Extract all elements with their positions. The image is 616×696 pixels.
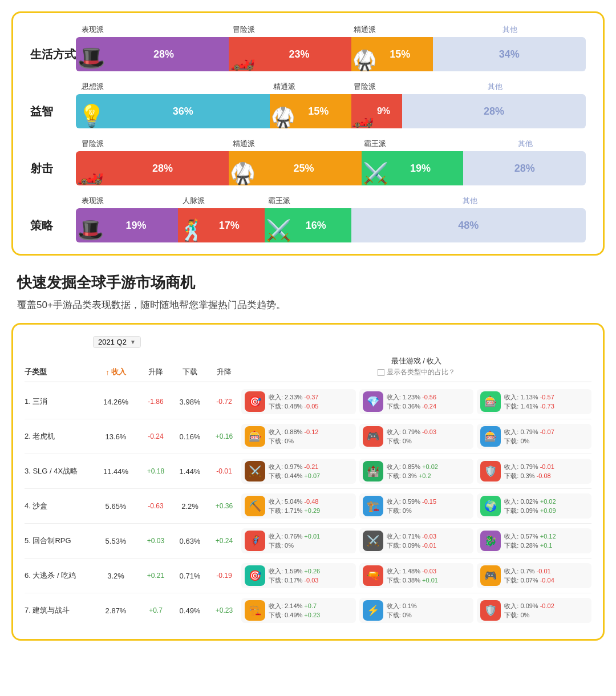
genre-name-strategy: 策略 xyxy=(30,218,76,233)
game-stats: 收入: 0.79% -0.01下载: 0.3% -0.08 xyxy=(504,462,554,481)
bottom-table-card: 2021 Q2 ▼ 子类型 ↑ 收入 升降 下载 升降 最佳游戏 / 收入 显示… xyxy=(11,323,605,641)
label-puzzle-1: 思想派 xyxy=(82,82,273,92)
cell-subtype: 7. 建筑与战斗 xyxy=(25,605,93,616)
genre-row-shooting: 冒险派 精通派 霸王派 其他 射击 🏎️ 28% 🥋 25% ⚔️ 19% xyxy=(30,139,586,185)
game-stats: 收入: 0.02% +0.02下载: 0.09% +0.09 xyxy=(504,497,556,516)
cell-rev-change: +0.03 xyxy=(139,537,173,545)
cell-dl-change: +0.24 xyxy=(207,537,241,545)
table-row: 7. 建筑与战斗 2.87% +0.7 0.49% +0.23 🏗️ 收入: 2… xyxy=(25,593,591,628)
label-lifestyle-other: 其他 xyxy=(435,25,586,35)
game-stats: 收入: 1.48% -0.03下载: 0.38% +0.01 xyxy=(387,566,438,585)
pct-puzzle-other: 28% xyxy=(484,106,504,118)
pct-puzzle-2: 15% xyxy=(308,106,329,118)
header-download: 下载 xyxy=(173,367,207,377)
genre-name-lifestyle: 生活方式 xyxy=(30,47,76,62)
game-item: 🦸 收入: 0.76% +0.01下载: 0% xyxy=(241,528,356,553)
game-item: 🌍 收入: 0.02% +0.02下载: 0.09% +0.09 xyxy=(477,493,591,519)
game-stats: 收入: 1.59% +0.26下载: 0.17% -0.03 xyxy=(269,566,320,585)
game-item: 🎯 收入: 1.59% +0.26下载: 0.17% -0.03 xyxy=(241,563,356,588)
cell-dl-change: -0.72 xyxy=(207,398,241,406)
cell-rev-change: +0.7 xyxy=(139,606,173,614)
label-puzzle-2: 精通派 xyxy=(273,82,354,92)
genre-name-puzzle: 益智 xyxy=(30,104,76,119)
quarter-selector[interactable]: 2021 Q2 ▼ xyxy=(93,336,141,348)
header-dl-change: 升降 xyxy=(207,367,241,377)
game-stats: 收入: 0.71% -0.03下载: 0.09% -0.01 xyxy=(387,532,436,551)
header-subtype: 子类型 xyxy=(25,367,93,377)
header-best-game: 最佳游戏 / 收入 显示各类型中的占比？ xyxy=(241,356,591,377)
game-item: ⚔️ 收入: 0.71% -0.03下载: 0.09% -0.01 xyxy=(359,528,474,553)
games-container: ⚔️ 收入: 0.97% -0.21下载: 0.44% +0.07 🏰 收入: … xyxy=(241,459,591,484)
cell-rev-change: -0.63 xyxy=(139,502,173,510)
top-genre-card: 表现派 冒险派 精通派 其他 生活方式 🎩 28% 🏎️ 23% 🥋 15% xyxy=(11,11,605,256)
pct-shoot-1: 28% xyxy=(152,163,173,175)
game-stats: 收入: 0.85% +0.02下载: 0.3% +0.2 xyxy=(387,462,438,481)
pct-strat-2: 17% xyxy=(219,220,240,232)
pct-shoot-3: 19% xyxy=(410,163,431,175)
label-puzzle-3: 冒险派 xyxy=(354,82,404,92)
genre-row-lifestyle: 表现派 冒险派 精通派 其他 生活方式 🎩 28% 🏎️ 23% 🥋 15% xyxy=(30,25,586,71)
game-item: 🏗️ 收入: 0.59% -0.15下载: 0% xyxy=(359,493,474,519)
game-stats: 收入: 0.57% +0.12下载: 0.28% +0.1 xyxy=(504,532,556,551)
game-item: ⚡ 收入: 0.1%下载: 0% xyxy=(359,598,474,623)
cell-dl-change: +0.23 xyxy=(207,606,241,614)
cell-dl-change: +0.16 xyxy=(207,432,241,440)
table-row: 2. 老虎机 13.6% -0.24 0.16% +0.16 🎰 收入: 0.8… xyxy=(25,419,591,454)
game-item: ⛏️ 收入: 5.04% -0.48下载: 1.71% +0.29 xyxy=(241,493,356,519)
cell-dl-change: -0.01 xyxy=(207,467,241,475)
revenue-icon: ↑ xyxy=(106,368,110,377)
table-row: 3. SLG / 4X战略 11.44% +0.18 1.44% -0.01 ⚔… xyxy=(25,454,591,489)
game-item: 🏗️ 收入: 2.14% +0.7下载: 0.49% +0.23 xyxy=(241,598,356,623)
game-stats: 收入: 0.76% +0.01下载: 0% xyxy=(269,532,320,551)
game-item: 🎮 收入: 0.79% -0.03下载: 0% xyxy=(359,424,474,449)
game-item: 💎 收入: 1.23% -0.56下载: 0.36% -0.24 xyxy=(359,389,474,414)
table-row: 4. 沙盒 5.65% -0.63 2.2% +0.36 ⛏️ 收入: 5.04… xyxy=(25,489,591,524)
pct-lifestyle-other: 34% xyxy=(499,48,520,60)
cell-subtype: 6. 大逃杀 / 吃鸡 xyxy=(25,570,93,581)
game-stats: 收入: 1.13% -0.57下载: 1.41% -0.73 xyxy=(504,392,554,411)
quarter-label: 2021 Q2 xyxy=(98,338,127,346)
games-container: 🦸 收入: 0.76% +0.01下载: 0% ⚔️ 收入: 0.71% -0.… xyxy=(241,528,591,553)
game-item: 🎯 收入: 2.33% -0.37下载: 0.48% -0.05 xyxy=(241,389,356,414)
label-shoot-3: 霸王派 xyxy=(364,139,465,149)
genre-row-puzzle: 思想派 精通派 冒险派 其他 益智 💡 36% 🥋 15% 🏎️ 9% xyxy=(30,82,586,128)
game-stats: 收入: 0.88% -0.12下载: 0% xyxy=(269,427,318,446)
pct-shoot-other: 28% xyxy=(514,163,535,175)
game-stats: 收入: 5.04% -0.48下载: 1.71% +0.29 xyxy=(269,497,320,516)
cell-revenue: 13.6% xyxy=(93,432,139,441)
cell-download: 0.49% xyxy=(173,606,207,615)
cell-dl-change: +0.36 xyxy=(207,502,241,510)
game-stats: 收入: 0.97% -0.21下载: 0.44% +0.07 xyxy=(269,462,320,481)
cell-revenue: 14.26% xyxy=(93,398,139,406)
cell-revenue: 2.87% xyxy=(93,606,139,615)
cell-rev-change: +0.18 xyxy=(139,467,173,475)
cell-download: 2.2% xyxy=(173,502,207,511)
cell-revenue: 5.53% xyxy=(93,537,139,545)
game-item: 🎮 收入: 0.7% -0.01下载: 0.07% -0.04 xyxy=(477,563,591,588)
pct-strat-other: 48% xyxy=(458,220,479,232)
game-item: 🏰 收入: 0.85% +0.02下载: 0.3% +0.2 xyxy=(359,459,474,484)
header-revenue: ↑ 收入 xyxy=(93,367,139,377)
game-item: 🔫 收入: 1.48% -0.03下载: 0.38% +0.01 xyxy=(359,563,474,588)
cell-download: 1.44% xyxy=(173,467,207,476)
game-stats: 收入: 0.79% -0.03下载: 0% xyxy=(387,427,436,446)
game-item: ⚔️ 收入: 0.97% -0.21下载: 0.44% +0.07 xyxy=(241,459,356,484)
games-container: 🎯 收入: 2.33% -0.37下载: 0.48% -0.05 💎 收入: 1… xyxy=(241,389,591,414)
label-strat-1: 表现派 xyxy=(82,196,183,206)
genre-name-shooting: 射击 xyxy=(30,161,76,176)
table-row: 6. 大逃杀 / 吃鸡 3.2% +0.21 0.71% -0.19 🎯 收入:… xyxy=(25,559,591,593)
pct-strat-1: 19% xyxy=(125,220,146,232)
game-item: 🎰 收入: 1.13% -0.57下载: 1.41% -0.73 xyxy=(477,389,591,414)
label-puzzle-other: 其他 xyxy=(404,82,586,92)
cell-download: 0.71% xyxy=(173,572,207,580)
games-container: 🎯 收入: 1.59% +0.26下载: 0.17% -0.03 🔫 收入: 1… xyxy=(241,563,591,588)
cell-dl-change: -0.19 xyxy=(207,572,241,580)
chevron-down-icon: ▼ xyxy=(130,339,136,345)
pct-lifestyle-2: 23% xyxy=(289,48,309,60)
cell-revenue: 11.44% xyxy=(93,467,139,476)
game-item: 🛡️ 收入: 0.79% -0.01下载: 0.3% -0.08 xyxy=(477,459,591,484)
cell-download: 3.98% xyxy=(173,398,207,406)
pct-shoot-2: 25% xyxy=(293,163,314,175)
share-checkbox[interactable] xyxy=(378,369,384,376)
game-item: 🛡️ 收入: 0.09% -0.02下载: 0% xyxy=(477,598,591,623)
